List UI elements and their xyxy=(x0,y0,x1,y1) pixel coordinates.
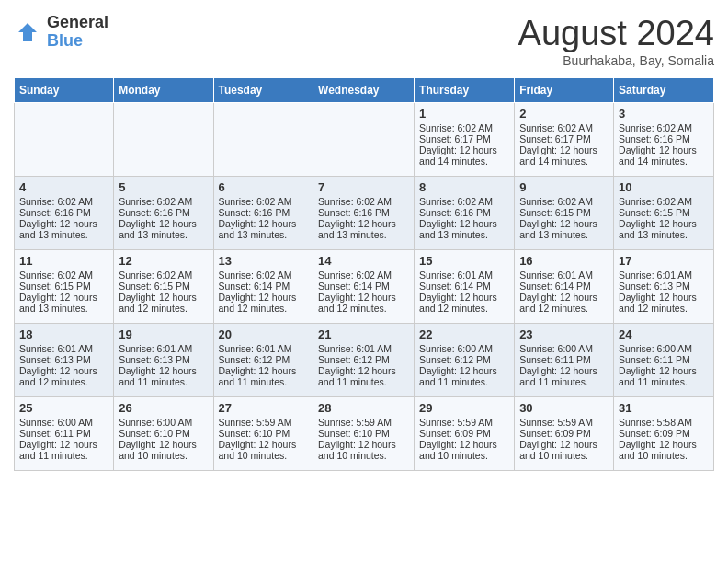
day-detail: and 10 minutes. xyxy=(419,450,509,461)
day-detail: Daylight: 12 hours xyxy=(318,365,409,376)
table-row: 9Sunrise: 6:02 AMSunset: 6:15 PMDaylight… xyxy=(515,177,614,250)
day-detail: Daylight: 12 hours xyxy=(19,292,108,303)
day-detail: Sunrise: 6:01 AM xyxy=(318,343,409,354)
day-detail: and 12 minutes. xyxy=(19,376,108,387)
logo-text: General Blue xyxy=(47,14,108,51)
day-detail: Daylight: 12 hours xyxy=(519,365,609,376)
title-block: August 2024 Buurhakaba, Bay, Somalia xyxy=(518,14,714,68)
day-number: 12 xyxy=(119,254,208,268)
table-row: 31Sunrise: 5:58 AMSunset: 6:09 PMDayligh… xyxy=(614,397,714,471)
day-detail: and 11 minutes. xyxy=(318,376,409,387)
day-detail: Sunrise: 6:00 AM xyxy=(119,417,208,428)
day-detail: Daylight: 12 hours xyxy=(119,439,208,450)
day-detail: Daylight: 12 hours xyxy=(619,439,709,450)
day-detail: Sunset: 6:14 PM xyxy=(519,281,609,292)
day-detail: Daylight: 12 hours xyxy=(119,365,208,376)
day-detail: Sunset: 6:14 PM xyxy=(219,281,309,292)
day-detail: and 13 minutes. xyxy=(19,303,108,314)
day-detail: and 10 minutes. xyxy=(318,450,409,461)
day-detail: Daylight: 12 hours xyxy=(119,292,208,303)
day-detail: and 13 minutes. xyxy=(318,229,409,240)
day-number: 6 xyxy=(219,180,309,194)
table-row: 13Sunrise: 6:02 AMSunset: 6:14 PMDayligh… xyxy=(213,250,313,324)
day-detail: and 11 minutes. xyxy=(419,376,509,387)
day-number: 8 xyxy=(419,180,509,194)
day-detail: and 11 minutes. xyxy=(19,450,108,461)
calendar-week-row: 4Sunrise: 6:02 AMSunset: 6:16 PMDaylight… xyxy=(15,177,714,250)
day-detail: Sunset: 6:13 PM xyxy=(619,281,709,292)
day-number: 14 xyxy=(318,254,409,268)
day-detail: and 14 minutes. xyxy=(419,155,509,167)
day-detail: Daylight: 12 hours xyxy=(219,365,309,376)
table-row: 20Sunrise: 6:01 AMSunset: 6:12 PMDayligh… xyxy=(213,324,313,397)
day-detail: Sunrise: 5:59 AM xyxy=(219,417,309,428)
table-row: 14Sunrise: 6:02 AMSunset: 6:14 PMDayligh… xyxy=(313,250,415,324)
day-detail: Daylight: 12 hours xyxy=(419,365,509,376)
day-detail: Sunrise: 6:01 AM xyxy=(419,270,509,281)
day-detail: and 14 minutes. xyxy=(619,155,709,167)
day-detail: Daylight: 12 hours xyxy=(219,218,309,229)
day-detail: Sunset: 6:13 PM xyxy=(19,354,108,365)
day-detail: Daylight: 12 hours xyxy=(619,144,709,155)
day-detail: Daylight: 12 hours xyxy=(119,218,208,229)
day-detail: Daylight: 12 hours xyxy=(318,292,409,303)
day-detail: Daylight: 12 hours xyxy=(619,292,709,303)
day-detail: Daylight: 12 hours xyxy=(419,218,509,229)
header-friday: Friday xyxy=(515,78,614,103)
header-thursday: Thursday xyxy=(415,78,515,103)
day-detail: Sunset: 6:16 PM xyxy=(619,133,709,144)
day-detail: Sunrise: 6:00 AM xyxy=(619,343,709,354)
day-detail: Sunset: 6:16 PM xyxy=(419,207,509,218)
day-detail: Sunrise: 5:59 AM xyxy=(318,417,409,428)
day-number: 9 xyxy=(519,180,609,194)
table-row: 17Sunrise: 6:01 AMSunset: 6:13 PMDayligh… xyxy=(614,250,714,324)
day-number: 30 xyxy=(519,401,609,415)
day-detail: Sunset: 6:16 PM xyxy=(318,207,409,218)
table-row xyxy=(114,103,213,177)
day-number: 5 xyxy=(119,180,208,194)
day-detail: Sunrise: 5:58 AM xyxy=(619,417,709,428)
table-row xyxy=(15,103,114,177)
day-number: 17 xyxy=(619,254,709,268)
day-number: 20 xyxy=(219,327,309,341)
day-detail: and 14 minutes. xyxy=(519,155,609,167)
table-row: 23Sunrise: 6:00 AMSunset: 6:11 PMDayligh… xyxy=(515,324,614,397)
table-row: 30Sunrise: 5:59 AMSunset: 6:09 PMDayligh… xyxy=(515,397,614,471)
day-number: 28 xyxy=(318,401,409,415)
day-detail: and 13 minutes. xyxy=(219,229,309,240)
day-number: 15 xyxy=(419,254,509,268)
day-detail: Sunset: 6:15 PM xyxy=(619,207,709,218)
day-detail: and 13 minutes. xyxy=(619,229,709,240)
day-number: 4 xyxy=(19,180,108,194)
table-row: 26Sunrise: 6:00 AMSunset: 6:10 PMDayligh… xyxy=(114,397,213,471)
table-row: 5Sunrise: 6:02 AMSunset: 6:16 PMDaylight… xyxy=(114,177,213,250)
calendar-week-row: 25Sunrise: 6:00 AMSunset: 6:11 PMDayligh… xyxy=(15,397,714,471)
day-detail: and 10 minutes. xyxy=(219,450,309,461)
day-detail: and 10 minutes. xyxy=(619,450,709,461)
day-detail: and 13 minutes. xyxy=(19,229,108,240)
day-detail: Daylight: 12 hours xyxy=(519,439,609,450)
table-row: 1Sunrise: 6:02 AMSunset: 6:17 PMDaylight… xyxy=(415,103,515,177)
day-detail: Daylight: 12 hours xyxy=(19,365,108,376)
day-detail: Sunrise: 6:02 AM xyxy=(318,270,409,281)
day-detail: Sunset: 6:17 PM xyxy=(419,133,509,144)
table-row: 16Sunrise: 6:01 AMSunset: 6:14 PMDayligh… xyxy=(515,250,614,324)
day-detail: Daylight: 12 hours xyxy=(219,292,309,303)
day-detail: Sunset: 6:14 PM xyxy=(419,281,509,292)
day-detail: Sunset: 6:15 PM xyxy=(19,281,108,292)
day-number: 18 xyxy=(19,327,108,341)
day-detail: Sunrise: 6:02 AM xyxy=(318,196,409,207)
day-detail: and 13 minutes. xyxy=(119,229,208,240)
day-detail: Daylight: 12 hours xyxy=(619,365,709,376)
day-detail: Daylight: 12 hours xyxy=(419,144,509,155)
header-tuesday: Tuesday xyxy=(213,78,313,103)
table-row: 2Sunrise: 6:02 AMSunset: 6:17 PMDaylight… xyxy=(515,103,614,177)
table-row: 15Sunrise: 6:01 AMSunset: 6:14 PMDayligh… xyxy=(415,250,515,324)
table-row: 18Sunrise: 6:01 AMSunset: 6:13 PMDayligh… xyxy=(15,324,114,397)
day-detail: Sunrise: 6:01 AM xyxy=(119,343,208,354)
calendar-week-row: 1Sunrise: 6:02 AMSunset: 6:17 PMDaylight… xyxy=(15,103,714,177)
day-detail: Sunrise: 5:59 AM xyxy=(419,417,509,428)
calendar-week-row: 11Sunrise: 6:02 AMSunset: 6:15 PMDayligh… xyxy=(15,250,714,324)
calendar-subtitle: Buurhakaba, Bay, Somalia xyxy=(518,53,714,68)
day-number: 26 xyxy=(119,401,208,415)
